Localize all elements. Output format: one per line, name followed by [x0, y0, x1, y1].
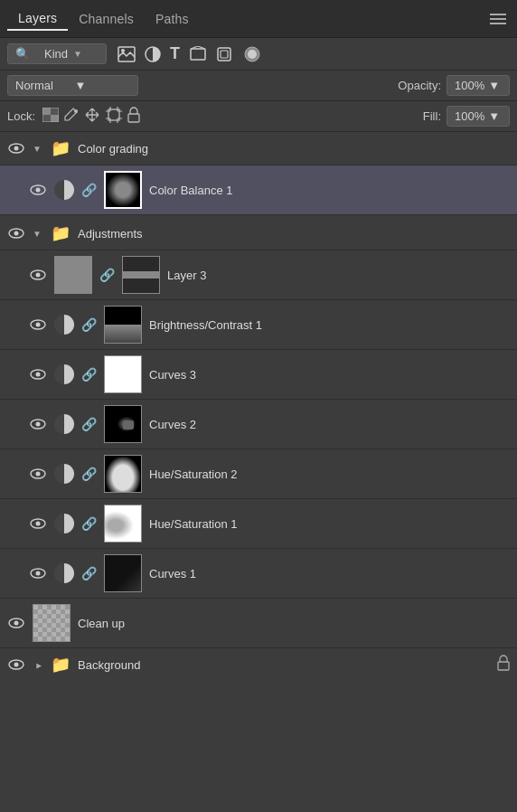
visibility-eye-layer3[interactable]: [29, 269, 47, 281]
group-row-color-grading[interactable]: ▼ 📁 Color grading: [0, 132, 517, 165]
smart-filter-icon[interactable]: [216, 46, 232, 62]
lock-artboard-icon[interactable]: [106, 107, 122, 126]
lock-position-icon[interactable]: [84, 107, 100, 126]
layer-row-curves2[interactable]: 🔗 Curves 2: [0, 400, 517, 448]
svg-rect-5: [221, 51, 228, 58]
tab-paths[interactable]: Paths: [145, 8, 200, 30]
type-filter-icon[interactable]: T: [170, 44, 180, 63]
svg-rect-40: [498, 662, 509, 670]
collapse-color-grading[interactable]: ▼: [33, 144, 43, 154]
fill-input[interactable]: 100% ▼: [446, 106, 510, 127]
visibility-eye-background[interactable]: [7, 658, 25, 671]
svg-rect-3: [191, 49, 205, 60]
background-name: Background: [78, 658, 490, 672]
kind-chevron: ▼: [73, 49, 99, 59]
visibility-eye-cleanup[interactable]: [7, 617, 25, 629]
visibility-eye-brightness[interactable]: [29, 318, 47, 331]
svg-point-19: [36, 188, 41, 193]
visibility-eye-adjustments[interactable]: [7, 227, 25, 240]
curves1-name: Curves 1: [149, 567, 510, 581]
visibility-eye-color-balance-1[interactable]: [29, 184, 47, 196]
fill-group: Fill: 100% ▼: [423, 106, 510, 127]
chain-icon-hue2: 🔗: [81, 467, 97, 481]
filter-toggle-icon[interactable]: [241, 46, 263, 62]
chain-icon-curves3: 🔗: [81, 367, 97, 382]
adj-icon-curves2: [54, 414, 74, 434]
opacity-chevron: ▼: [488, 79, 500, 92]
tab-channels[interactable]: Channels: [68, 8, 145, 30]
hue1-name: Hue/Saturation 1: [149, 517, 510, 531]
svg-point-35: [36, 571, 41, 576]
adjustment-filter-icon[interactable]: [145, 46, 161, 62]
layer-row-hue1[interactable]: 🔗 Hue/Saturation 1: [0, 499, 517, 548]
svg-point-25: [36, 323, 41, 327]
chain-icon-curves2: 🔗: [81, 417, 97, 431]
search-icon: 🔍: [15, 47, 41, 61]
layer-row-curves1[interactable]: 🔗 Curves 1: [0, 549, 517, 598]
layer-row-brightness-contrast[interactable]: 🔗 Brightness/Contrast 1: [0, 300, 517, 349]
svg-rect-8: [42, 108, 51, 115]
kind-dropdown[interactable]: 🔍 Kind ▼: [7, 43, 107, 64]
shape-filter-icon[interactable]: [189, 46, 207, 62]
folder-icon-color-grading: 📁: [51, 138, 70, 158]
folder-icon-background: 📁: [51, 655, 70, 675]
thumb-curves3: [104, 355, 142, 393]
tab-layers[interactable]: Layers: [7, 7, 68, 31]
lock-icons: [42, 107, 140, 126]
collapse-background[interactable]: ▼: [33, 659, 43, 670]
pixel-filter-icon[interactable]: [118, 46, 136, 62]
svg-point-13: [74, 109, 78, 113]
layer-row-curves3[interactable]: 🔗 Curves 3: [0, 350, 517, 399]
svg-point-17: [14, 146, 19, 151]
thumb-cleanup: [33, 604, 70, 642]
visibility-eye-curves2[interactable]: [29, 418, 47, 430]
thumb-layer3-mask: [122, 256, 160, 294]
lock-pixels-icon[interactable]: [64, 107, 79, 126]
adj-icon-hue1: [54, 514, 74, 533]
adj-icon-hue2: [54, 464, 74, 484]
chain-icon-layer3: 🔗: [99, 268, 115, 282]
thumb-hue2: [104, 455, 142, 493]
svg-rect-10: [51, 108, 59, 115]
svg-point-29: [36, 422, 41, 427]
layer3-name: Layer 3: [167, 269, 510, 282]
layer-row-cleanup[interactable]: Clean up: [0, 599, 517, 647]
visibility-eye-hue1[interactable]: [29, 517, 47, 530]
lock-all-icon[interactable]: [127, 107, 140, 126]
visibility-eye-color-grading[interactable]: [7, 142, 25, 155]
lock-transparent-icon[interactable]: [42, 108, 59, 125]
folder-icon-adjustments: 📁: [51, 223, 70, 243]
thumb-brightness: [104, 306, 142, 344]
group-row-adjustments[interactable]: ▼ 📁 Adjustments: [0, 217, 517, 250]
thumb-curves1: [104, 554, 142, 592]
thumb-layer3-color: [54, 256, 92, 294]
panel-menu-button[interactable]: [486, 10, 510, 28]
blend-mode-dropdown[interactable]: Normal ▼: [7, 75, 138, 96]
chain-icon-brightness: 🔗: [81, 317, 97, 332]
background-lock-icon: [497, 655, 510, 675]
blend-chevron: ▼: [75, 79, 131, 92]
layer-row-layer3[interactable]: 🔗 Layer 3: [0, 250, 517, 299]
layer-row-color-balance-1[interactable]: 🔗 Color Balance 1: [0, 165, 517, 214]
brightness-name: Brightness/Contrast 1: [149, 318, 510, 332]
thumb-color-balance: [104, 171, 142, 209]
blend-toolbar: Normal ▼ Opacity: 100% ▼: [0, 71, 517, 101]
chain-icon-hue1: 🔗: [81, 516, 97, 531]
hue2-name: Hue/Saturation 2: [149, 467, 510, 481]
visibility-eye-curves1[interactable]: [29, 567, 47, 580]
group-row-background[interactable]: ▼ 📁 Background: [0, 648, 517, 681]
opacity-group: Opacity: 100% ▼: [398, 75, 510, 96]
curves2-name: Curves 2: [149, 418, 510, 431]
svg-rect-11: [42, 115, 51, 122]
layer-row-hue2[interactable]: 🔗 Hue/Saturation 2: [0, 449, 517, 498]
visibility-eye-curves3[interactable]: [29, 368, 47, 381]
curves3-name: Curves 3: [149, 368, 510, 382]
opacity-input[interactable]: 100% ▼: [446, 75, 510, 96]
svg-point-27: [36, 373, 41, 377]
svg-point-39: [14, 663, 19, 667]
color-balance-name: Color Balance 1: [149, 184, 510, 197]
adj-icon-brightness: [54, 315, 74, 335]
visibility-eye-hue2[interactable]: [29, 467, 47, 480]
adj-icon-color-balance: [54, 180, 74, 200]
collapse-adjustments[interactable]: ▼: [33, 229, 43, 239]
